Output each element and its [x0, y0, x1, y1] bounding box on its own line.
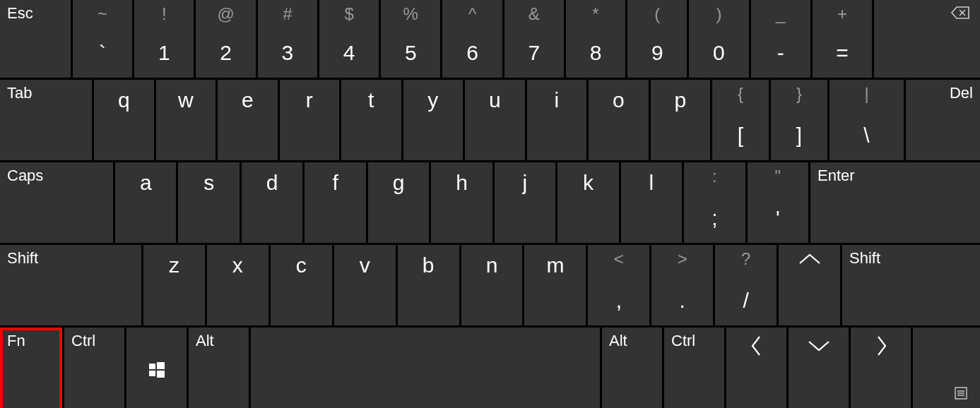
four-key[interactable]: $ 4: [319, 0, 379, 78]
zero-key[interactable]: ) 0: [689, 0, 748, 78]
left-shift-key[interactable]: Shift: [0, 245, 141, 325]
space-key[interactable]: [251, 328, 600, 408]
u-key[interactable]: u: [465, 80, 525, 160]
svg-rect-3: [157, 362, 165, 369]
nine-key[interactable]: ( 9: [627, 0, 687, 78]
two-key[interactable]: @ 2: [196, 0, 255, 78]
equals-key[interactable]: + =: [813, 0, 872, 78]
one-key[interactable]: ! 1: [134, 0, 194, 78]
period-key[interactable]: > .: [651, 245, 713, 325]
keyboard-row-0: Esc ~ ` ! 1 @ 2 # 3 $ 4 % 5 ^ 6: [0, 0, 980, 78]
backslash-key[interactable]: | \: [830, 80, 904, 160]
backspace-icon: [950, 6, 970, 20]
fn-key[interactable]: Fn: [0, 328, 62, 408]
c-key[interactable]: c: [271, 245, 332, 325]
k-key[interactable]: k: [557, 162, 618, 243]
chevron-left-icon: [750, 335, 764, 356]
backtick-key[interactable]: ~ `: [73, 0, 132, 78]
w-key[interactable]: w: [156, 80, 216, 160]
left-arrow-key[interactable]: [726, 328, 786, 408]
down-arrow-key[interactable]: [789, 328, 849, 408]
right-shift-key[interactable]: Shift: [842, 245, 980, 325]
o-key[interactable]: o: [589, 80, 649, 160]
tab-key[interactable]: Tab: [0, 80, 92, 160]
chevron-right-icon: [874, 335, 888, 356]
t-key[interactable]: t: [341, 80, 401, 160]
y-key[interactable]: y: [403, 80, 464, 160]
a-key[interactable]: a: [115, 162, 176, 243]
right-arrow-key[interactable]: [851, 328, 911, 408]
svg-rect-4: [149, 371, 155, 376]
semicolon-key[interactable]: : ;: [684, 162, 745, 243]
keyboard-row-4: Fn Ctrl Alt Alt Ctrl: [0, 328, 980, 408]
svg-rect-2: [149, 364, 155, 369]
minus-key[interactable]: _ -: [751, 0, 810, 78]
l-key[interactable]: l: [621, 162, 682, 243]
on-screen-keyboard: Esc ~ ` ! 1 @ 2 # 3 $ 4 % 5 ^ 6: [0, 0, 980, 408]
g-key[interactable]: g: [368, 162, 429, 243]
d-key[interactable]: d: [242, 162, 302, 243]
three-key[interactable]: # 3: [258, 0, 317, 78]
s-key[interactable]: s: [178, 162, 239, 243]
keyboard-row-1: Tab q w e r t y u i o p { [ } ] | \ Del: [0, 80, 980, 160]
chevron-up-icon: [797, 252, 822, 266]
x-key[interactable]: x: [207, 245, 268, 325]
v-key[interactable]: v: [334, 245, 396, 325]
h-key[interactable]: h: [431, 162, 492, 243]
right-alt-key[interactable]: Alt: [602, 328, 662, 408]
eight-key[interactable]: * 8: [566, 0, 625, 78]
slash-key[interactable]: ? /: [715, 245, 777, 325]
q-key[interactable]: q: [94, 80, 154, 160]
comma-key[interactable]: < ,: [588, 245, 649, 325]
windows-logo-icon: [149, 362, 165, 378]
esc-key[interactable]: Esc: [0, 0, 71, 78]
f-key[interactable]: f: [305, 162, 365, 243]
right-bracket-key[interactable]: } ]: [771, 80, 827, 160]
five-key[interactable]: % 5: [381, 0, 440, 78]
esc-label: Esc: [7, 4, 33, 23]
p-key[interactable]: p: [651, 80, 711, 160]
z-key[interactable]: z: [143, 245, 205, 325]
backspace-key[interactable]: [874, 0, 980, 78]
left-alt-key[interactable]: Alt: [189, 328, 249, 408]
quote-key[interactable]: " ': [748, 162, 808, 243]
i-key[interactable]: i: [527, 80, 587, 160]
svg-rect-5: [157, 371, 165, 378]
backtick-label: `: [78, 41, 126, 65]
m-key[interactable]: m: [524, 245, 586, 325]
j-key[interactable]: j: [495, 162, 555, 243]
left-ctrl-key[interactable]: Ctrl: [64, 328, 124, 408]
n-key[interactable]: n: [461, 245, 523, 325]
keyboard-row-3: Shift z x c v b n m < , > . ? / Shift: [0, 245, 980, 325]
del-key[interactable]: Del: [906, 80, 980, 160]
tilde-label: ~: [78, 4, 126, 24]
keyboard-row-2: Caps a s d f g h j k l : ; " ' Enter: [0, 162, 980, 243]
seven-key[interactable]: & 7: [504, 0, 564, 78]
up-arrow-key[interactable]: [779, 245, 840, 325]
b-key[interactable]: b: [398, 245, 459, 325]
chevron-down-icon: [806, 339, 832, 353]
six-key[interactable]: ^ 6: [442, 0, 502, 78]
r-key[interactable]: r: [280, 80, 340, 160]
left-bracket-key[interactable]: { [: [712, 80, 769, 160]
enter-key[interactable]: Enter: [810, 162, 980, 243]
menu-key[interactable]: [913, 328, 980, 408]
windows-key[interactable]: [126, 328, 187, 408]
e-key[interactable]: e: [218, 80, 278, 160]
caps-key[interactable]: Caps: [0, 162, 113, 243]
menu-icon: [955, 387, 967, 400]
right-ctrl-key[interactable]: Ctrl: [664, 328, 724, 408]
